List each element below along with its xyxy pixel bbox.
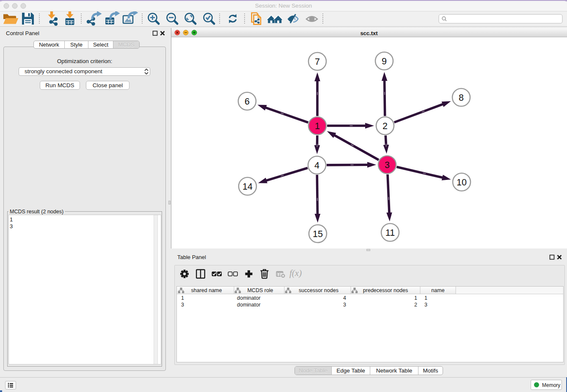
svg-text:11: 11 <box>385 228 395 238</box>
svg-text:8: 8 <box>459 93 464 103</box>
svg-text:7: 7 <box>315 57 320 67</box>
svg-text:14: 14 <box>242 182 253 192</box>
svg-text:name: name <box>431 287 444 293</box>
svg-text:3: 3 <box>424 302 427 308</box>
svg-text:predecessor nodes: predecessor nodes <box>363 287 408 293</box>
svg-text:4: 4 <box>314 160 319 171</box>
svg-text:successor nodes: successor nodes <box>299 287 339 293</box>
svg-text:shared name: shared name <box>191 287 222 293</box>
svg-text:MCDS role: MCDS role <box>247 287 273 293</box>
svg-text:1: 1 <box>181 295 184 301</box>
svg-text:1: 1 <box>424 295 427 301</box>
svg-text:dominator: dominator <box>237 302 261 308</box>
svg-text:15: 15 <box>313 229 323 239</box>
svg-text:1: 1 <box>414 295 417 301</box>
svg-text:1: 1 <box>315 121 320 131</box>
svg-text:6: 6 <box>245 97 250 107</box>
svg-text:2: 2 <box>383 121 388 131</box>
svg-text:3: 3 <box>385 160 390 170</box>
svg-text:2: 2 <box>414 302 417 308</box>
svg-text:dominator: dominator <box>237 295 261 301</box>
svg-text:4: 4 <box>343 295 346 301</box>
svg-text:3: 3 <box>181 302 184 308</box>
svg-text:9: 9 <box>382 56 387 66</box>
svg-text:3: 3 <box>343 302 346 308</box>
svg-text:10: 10 <box>457 177 467 188</box>
